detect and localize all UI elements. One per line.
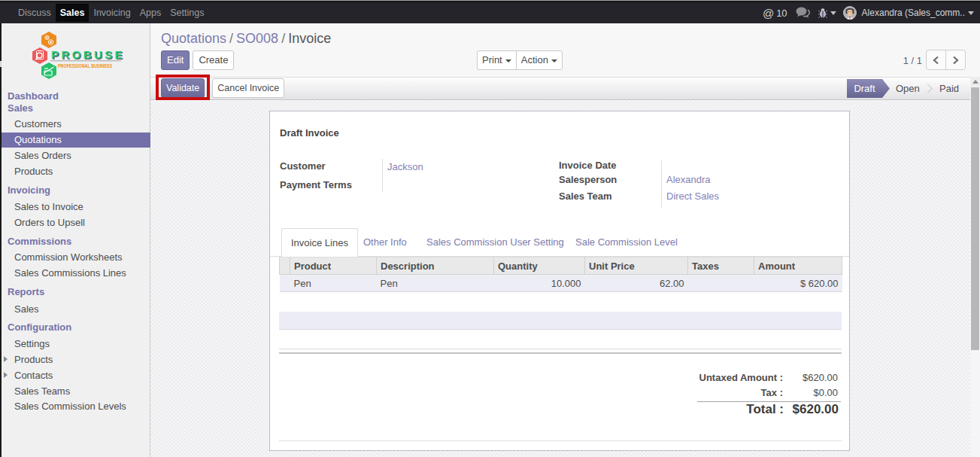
sidebar-item-sales-to-invoice[interactable]: Sales to Invoice (0, 200, 150, 215)
gear-hexagon (41, 32, 56, 48)
right-group-separator (661, 160, 662, 208)
tax-value: $0.00 (813, 387, 838, 399)
payment-terms-label: Payment Terms (280, 179, 352, 190)
scrollbar-thumb[interactable] (971, 87, 979, 350)
invoice-sheet: Draft Invoice Customer Jackson Payment T… (269, 111, 850, 451)
messages-menu[interactable]: @ 10 (763, 7, 787, 20)
unit-price-column-header[interactable]: Unit Price (585, 257, 688, 275)
expand-caret-icon (4, 372, 8, 378)
total-value: $620.00 (793, 402, 839, 417)
sidebar-item-sales-commission-levels[interactable]: Sales Commission Levels (0, 399, 150, 414)
sales-team-value[interactable]: Direct Sales (666, 190, 719, 202)
sidebar-item-customers[interactable]: Customers (0, 117, 150, 132)
pager-next-button[interactable] (946, 50, 965, 69)
amount-column-header[interactable]: Amount (754, 257, 842, 275)
unit-price-cell[interactable]: 62.00 (585, 275, 688, 292)
handle-column-header (280, 257, 290, 275)
logo-subtitle-text: PROFESSIONAL BUSINESS (58, 63, 112, 69)
sidebar-heading-invoicing[interactable]: Invoicing (0, 183, 150, 198)
separator-line (279, 349, 842, 349)
expand-caret-icon (4, 356, 8, 362)
menu-sales[interactable]: Sales (56, 4, 90, 22)
untaxed-amount-label: Untaxed Amount : (699, 372, 783, 384)
sidebar-heading-commissions[interactable]: Commissions (0, 234, 150, 249)
caret-down-icon (551, 59, 557, 62)
customer-value[interactable]: Jackson (387, 161, 423, 172)
product-cell[interactable]: Pen (290, 275, 377, 292)
status-widget: Draft Open Paid (150, 79, 970, 98)
messages-count: 10 (776, 8, 787, 19)
main-area: Quotations/SO008/Invoice Edit Create Pri… (150, 23, 980, 457)
sidebar-item-commission-worksheets[interactable]: Commission Worksheets (0, 250, 150, 265)
total-label: Total : (746, 402, 784, 417)
description-column-header[interactable]: Description (377, 257, 494, 275)
tab-sale-commission-level[interactable]: Sale Commission Level (566, 228, 687, 257)
create-button[interactable]: Create (193, 50, 234, 70)
tab-sales-commission-user-setting[interactable]: Sales Commission User Setting (417, 228, 573, 257)
breadcrumb: Quotations/SO008/Invoice (161, 31, 331, 47)
user-name: Alexandra (Sales_comm.. (862, 8, 965, 18)
empty-line-strip[interactable] (279, 312, 842, 330)
row-handle-cell (280, 275, 290, 292)
state-paid[interactable]: Paid (939, 79, 959, 98)
print-button[interactable]: Print (477, 50, 517, 70)
sidebar-item-sales-orders[interactable]: Sales Orders (0, 148, 150, 163)
sidebar-item-sales-report[interactable]: Sales (0, 302, 150, 317)
customer-label: Customer (280, 160, 326, 172)
control-panel: Quotations/SO008/Invoice Edit Create Pri… (150, 23, 980, 77)
sheet-title: Draft Invoice (280, 127, 339, 139)
user-menu[interactable]: Alexandra (Sales_comm.. (843, 6, 974, 20)
menu-invoicing[interactable]: Invoicing (89, 4, 135, 22)
description-cell[interactable]: Pen (377, 275, 494, 292)
breadcrumb-quotations[interactable]: Quotations (161, 31, 226, 46)
menu-discuss[interactable]: Discuss (14, 4, 56, 22)
invoice-line-row[interactable]: Pen Pen 10.000 62.00 $ 620.00 (280, 275, 842, 292)
product-column-header[interactable]: Product (290, 257, 377, 275)
sidebar-item-contacts[interactable]: Contacts (0, 368, 150, 383)
state-open[interactable]: Open (896, 79, 920, 98)
edit-button[interactable]: Edit (161, 50, 190, 70)
pager-previous-button[interactable] (927, 50, 946, 69)
menu-settings[interactable]: Settings (165, 4, 208, 22)
left-edge-scrollbar (0, 23, 2, 457)
tab-invoice-lines[interactable]: Invoice Lines (281, 228, 358, 257)
action-button[interactable]: Action (516, 50, 563, 70)
sidebar-item-settings[interactable]: Settings (0, 337, 150, 352)
breadcrumb-so008[interactable]: SO008 (236, 31, 278, 46)
taxes-column-header[interactable]: Taxes (688, 257, 754, 275)
invoice-date-label: Invoice Date (559, 160, 617, 171)
state-draft[interactable]: Draft (847, 79, 890, 98)
tax-label: Tax : (761, 387, 783, 399)
vertical-scrollbar[interactable] (970, 77, 980, 457)
notebook-tabs: Invoice Lines Other Info Sales Commissio… (270, 228, 849, 257)
chevron-right-icon (923, 84, 933, 93)
taxes-cell[interactable] (688, 275, 754, 292)
salesperson-value[interactable]: Alexandra (666, 174, 711, 185)
amount-cell[interactable]: $ 620.00 (754, 275, 842, 292)
magnifier-hexagon (32, 47, 47, 64)
sidebar-item-quotations[interactable]: Quotations (0, 133, 150, 148)
table-header-row: Product Description Quantity Unit Price … (280, 257, 842, 275)
sidebar-item-orders-to-upsell[interactable]: Orders to Upsell (0, 215, 150, 230)
sheet-bottom-separator (279, 440, 842, 441)
breadcrumb-invoice: Invoice (288, 31, 331, 46)
sidebar-heading-configuration[interactable]: Configuration (0, 320, 150, 335)
sidebar-item-products[interactable]: Products (0, 164, 150, 179)
logo-title-text: PROBUSE (51, 48, 125, 61)
debug-menu[interactable] (818, 8, 836, 19)
scroll-up-button[interactable] (970, 77, 980, 87)
pager-value: 1 / 1 (903, 50, 922, 71)
quantity-cell[interactable]: 10.000 (494, 275, 585, 292)
quantity-column-header[interactable]: Quantity (494, 257, 585, 275)
chat-icon[interactable] (796, 7, 810, 19)
sidebar-item-products-config[interactable]: Products (0, 352, 150, 367)
sidebar-item-sales-teams[interactable]: Sales Teams (0, 384, 150, 399)
tab-other-info[interactable]: Other Info (354, 228, 416, 257)
sidebar-heading-reports[interactable]: Reports (0, 285, 150, 300)
avatar (843, 6, 857, 20)
sidebar-heading-sales[interactable]: Sales (0, 101, 150, 116)
menu-apps[interactable]: Apps (135, 4, 166, 22)
sidebar-item-sales-commissions-lines[interactable]: Sales Commissions Lines (0, 266, 150, 281)
invoice-lines-table: Product Description Quantity Unit Price … (279, 257, 842, 292)
tax-row: Tax : $0.00 (270, 387, 849, 399)
